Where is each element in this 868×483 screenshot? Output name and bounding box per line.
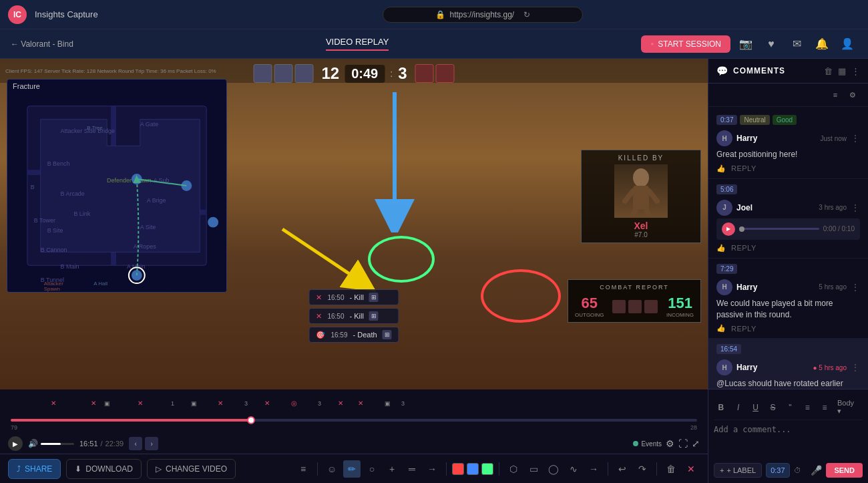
format-bold[interactable]: B: [714, 400, 728, 415]
reload-icon[interactable]: ↻: [523, 10, 530, 19]
heart-icon-btn[interactable]: ♥: [761, 34, 781, 54]
change-video-button[interactable]: ▷ CHANGE VIDEO: [147, 459, 236, 479]
svg-text:A Hall: A Hall: [93, 281, 107, 287]
filter-settings-button[interactable]: ⚙: [845, 88, 860, 102]
volume-icon[interactable]: 🔊: [28, 439, 38, 448]
format-ul[interactable]: ≡: [800, 400, 815, 415]
start-session-button[interactable]: START SESSION: [641, 35, 730, 53]
timeline-track[interactable]: [11, 419, 697, 422]
comment-text-input[interactable]: [714, 424, 863, 458]
download-button[interactable]: ⬇ DOWNLOAD: [66, 459, 142, 479]
controls-row: ▶ 🔊 16:51 / 22:39 ‹ ›: [5, 436, 702, 451]
notification-icon-btn[interactable]: 🔔: [812, 34, 832, 54]
pen-tool-button[interactable]: ✏: [343, 460, 361, 478]
camera-icon-btn[interactable]: 📷: [736, 34, 756, 54]
shapes-gallery-button[interactable]: ⬡: [505, 460, 522, 478]
line-tool-button[interactable]: ═: [403, 460, 421, 478]
format-quote[interactable]: ": [783, 400, 797, 415]
volume-bar[interactable]: [41, 443, 74, 445]
comment-timestamp-tag[interactable]: 0:37: [766, 463, 789, 478]
trash-button[interactable]: 🗑: [662, 460, 680, 478]
timeline-playhead[interactable]: [247, 416, 255, 424]
event-item-3: 🎯 16:59 - Death ⊞: [308, 327, 399, 343]
tag-timestamp-3[interactable]: 7:29: [716, 264, 737, 274]
color-red[interactable]: [452, 463, 464, 475]
format-ol[interactable]: ≡: [817, 400, 832, 415]
bookmark-icon-3[interactable]: ⊞: [383, 330, 392, 339]
tag-timestamp-1[interactable]: 0:37: [716, 115, 737, 125]
undo-button[interactable]: ↩: [614, 460, 631, 478]
message-icon-btn[interactable]: ✉: [787, 34, 807, 54]
crosshair-tool-button[interactable]: +: [383, 460, 401, 478]
comment-1-options[interactable]: ⋮: [851, 133, 860, 144]
back-button[interactable]: ← Valorant - Bind: [11, 39, 73, 49]
share-button[interactable]: ⤴ SHARE: [8, 459, 61, 479]
fullscreen-button[interactable]: ⛶: [678, 438, 688, 449]
comment-1-user: Harry: [736, 134, 817, 143]
emoji-tool-button[interactable]: ☺: [323, 460, 341, 478]
comment-3-header: H Harry 5 hrs ago ⋮: [716, 279, 860, 295]
tag-timestamp-2[interactable]: 5:06: [716, 184, 737, 194]
svg-text:✕: ✕: [51, 399, 56, 407]
timer-icon[interactable]: ⏱: [794, 466, 801, 474]
combat-avatar-1: [612, 300, 626, 313]
circle-tool-button[interactable]: ◯: [545, 460, 562, 478]
comment-3-options[interactable]: ⋮: [851, 282, 860, 293]
bookmark-icon-2[interactable]: ⊞: [369, 311, 379, 321]
events-toggle[interactable]: Events: [633, 440, 662, 448]
label-button[interactable]: + + LABEL: [714, 463, 762, 478]
format-strikethrough[interactable]: S: [766, 400, 781, 415]
redo-button[interactable]: ↷: [634, 460, 651, 478]
profile-icon-btn[interactable]: 👤: [837, 34, 857, 54]
panel-menu-button[interactable]: ⋮: [851, 66, 860, 76]
color-blue[interactable]: [467, 463, 479, 475]
comment-2-reply[interactable]: REPLY: [731, 244, 756, 252]
shape-tool-button[interactable]: ○: [363, 460, 381, 478]
color-green[interactable]: [481, 463, 493, 475]
microphone-button[interactable]: 🎤: [811, 465, 822, 476]
rect-tool-button[interactable]: ▭: [525, 460, 542, 478]
comment-2-options[interactable]: ⋮: [851, 202, 860, 213]
event-time-2: 16:50: [327, 313, 344, 320]
arrow-tool-button[interactable]: →: [423, 460, 441, 478]
comment-3-like[interactable]: 👍: [716, 324, 726, 333]
format-body-dropdown[interactable]: Body ▾: [835, 397, 863, 417]
events-dot: [633, 441, 638, 446]
comment-2-actions: 👍 REPLY: [716, 244, 860, 253]
comment-1-text: Great positioning here!: [716, 149, 860, 160]
bookmark-icon-1[interactable]: ⊞: [369, 293, 379, 302]
timeline-next-button[interactable]: ›: [145, 437, 158, 450]
video-wrapper[interactable]: Client FPS: 147 Server Tick Rate: 128 Ne…: [0, 59, 708, 389]
tag-timestamp-4[interactable]: 16:54: [716, 344, 741, 354]
comment-4-options[interactable]: ⋮: [851, 362, 860, 373]
timeline-prev-button[interactable]: ‹: [129, 437, 142, 450]
event-time-3: 16:59: [331, 331, 347, 339]
comment-1-like[interactable]: 👍: [716, 164, 726, 173]
nav-center-label: VIDEO REPLAY: [326, 37, 389, 51]
format-underline[interactable]: U: [748, 400, 763, 415]
comment-3-reply[interactable]: REPLY: [731, 325, 756, 333]
comment-footer: + + LABEL 0:37 ⏱ 🎤 SEND: [714, 460, 863, 478]
url-bar[interactable]: 🔒 https://insights.gg/ ↻: [383, 7, 583, 23]
send-button[interactable]: SEND: [826, 463, 863, 478]
grid-tool-button[interactable]: ≡: [294, 460, 312, 478]
close-drawing-button[interactable]: ✕: [682, 460, 700, 478]
tag-neutral-1: Neutral: [740, 115, 769, 125]
comment-2-header: J Joel 3 hrs ago ⋮: [716, 200, 860, 216]
filter-button[interactable]: ≡: [828, 88, 843, 102]
team-avatars-right: [415, 64, 454, 83]
audio-track[interactable]: [739, 228, 819, 230]
format-italic[interactable]: I: [731, 400, 746, 415]
delete-comments-button[interactable]: 🗑: [824, 66, 833, 76]
comment-2-like[interactable]: 👍: [716, 244, 726, 253]
video-settings-button[interactable]: ⚙: [666, 438, 674, 449]
comment-1-reply[interactable]: REPLY: [731, 164, 756, 172]
audio-play-button[interactable]: ▶: [722, 222, 735, 236]
play-button[interactable]: ▶: [8, 436, 23, 451]
expand-button[interactable]: ⤢: [692, 438, 700, 449]
url-text: https://insights.gg/: [449, 10, 514, 19]
layout-toggle-button[interactable]: ▦: [838, 66, 846, 76]
freehand-button[interactable]: ∿: [565, 460, 582, 478]
forward-icon-button[interactable]: →: [585, 460, 602, 478]
nav-left: ← Valorant - Bind: [11, 39, 73, 49]
